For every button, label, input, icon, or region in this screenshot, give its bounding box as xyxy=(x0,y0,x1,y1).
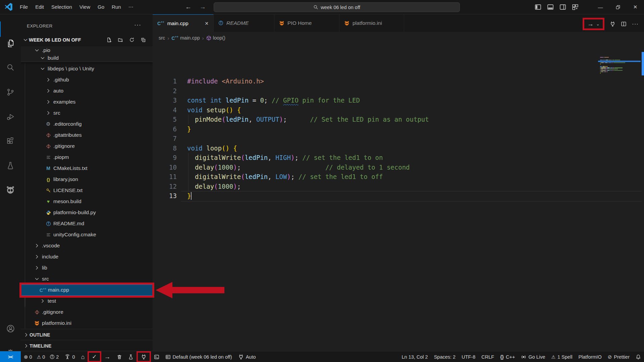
status-pio-test[interactable] xyxy=(125,351,137,362)
status-pio-serial-monitor[interactable] xyxy=(137,351,151,362)
status-eol[interactable]: CRLF xyxy=(478,351,497,362)
nav-forward-button[interactable]: → xyxy=(200,3,206,11)
tree-item-lib[interactable]: lib xyxy=(21,262,153,274)
layout-sidebar-icon[interactable] xyxy=(535,4,541,10)
status-notifications[interactable] xyxy=(633,351,644,362)
status-pio-home[interactable]: ⌂ xyxy=(78,351,88,362)
code-editor[interactable]: 12345678910111213 #include <Arduino.h>co… xyxy=(153,44,644,351)
line-number[interactable]: 11 xyxy=(159,172,177,182)
refresh-explorer-button[interactable] xyxy=(129,37,135,43)
outline-section-header[interactable]: OUTLINE xyxy=(21,329,153,340)
split-editor-button[interactable] xyxy=(621,21,627,27)
status-language[interactable]: {}C++ xyxy=(497,351,518,362)
status-pio-env[interactable]: Default (week 06 led on off) xyxy=(162,351,235,362)
breadcrumb-item[interactable]: loop() xyxy=(206,35,225,41)
remote-indicator[interactable]: >< xyxy=(0,351,21,362)
menu-overflow[interactable]: ⋯ xyxy=(125,0,137,14)
tree-item-.github[interactable]: .github xyxy=(21,74,153,85)
tab-pio-home[interactable]: PIO Home xyxy=(274,14,339,32)
tree-item-platformio-build.py[interactable]: platformio-build.py xyxy=(21,207,153,218)
line-number[interactable]: 6 xyxy=(159,124,177,134)
breadcrumb-item[interactable]: C++main.cpp xyxy=(171,35,200,41)
status-encoding[interactable]: UTF-8 xyxy=(459,351,478,362)
tree-item-platformio.ini[interactable]: platformio.ini xyxy=(21,318,153,329)
line-number[interactable]: 5 xyxy=(159,115,177,124)
explorer-more-actions-button[interactable]: ··· xyxy=(134,21,141,28)
tree-item-unityConfig.cmake[interactable]: unityConfig.cmake xyxy=(21,229,153,240)
status-pio-port[interactable]: Auto xyxy=(235,351,259,362)
tab-main.cpp[interactable]: C++main.cpp ✕ xyxy=(153,14,214,32)
activity-item-account[interactable] xyxy=(0,320,21,337)
workspace-section-header[interactable]: WEEK 06 LED ON OFF xyxy=(21,34,153,45)
activity-item-extensions[interactable] xyxy=(0,132,21,150)
nav-back-button[interactable]: ← xyxy=(185,3,192,11)
tree-item-README.md[interactable]: README.md xyxy=(21,218,153,229)
activity-item-source-control[interactable] xyxy=(0,83,21,101)
line-number[interactable]: 12 xyxy=(159,182,177,191)
line-number[interactable]: 7 xyxy=(159,134,177,143)
tree-item-.gitignore[interactable]: .gitignore xyxy=(21,307,153,318)
line-number[interactable]: 8 xyxy=(159,143,177,153)
line-number[interactable]: 2 xyxy=(159,86,177,96)
tree-item-include[interactable]: include xyxy=(21,251,153,262)
tree-item-CMakeLists.txt[interactable]: M CMakeLists.txt xyxy=(21,163,153,174)
new-folder-button[interactable] xyxy=(118,37,123,43)
menu-go[interactable]: Go xyxy=(94,0,108,14)
tree-item-LICENSE.txt[interactable]: LICENSE.txt xyxy=(21,185,153,196)
menu-view[interactable]: View xyxy=(76,0,94,14)
restore-button[interactable] xyxy=(609,0,627,14)
breadcrumb[interactable]: src› C++main.cpp› loop() xyxy=(159,32,225,44)
tree-item-library.json[interactable]: {} library.json xyxy=(21,174,153,185)
status-problems[interactable]: ⊗0⚠02 xyxy=(21,351,62,362)
sticky-scroll-rows[interactable]: .pio build xyxy=(21,46,153,62)
tree-item-.gitignore[interactable]: .gitignore xyxy=(21,141,153,152)
menu-selection[interactable]: Selection xyxy=(48,0,76,14)
status-pio-terminal[interactable] xyxy=(151,351,162,362)
status-platformio-link[interactable]: PlatformIO xyxy=(575,351,604,362)
activity-item-explorer[interactable] xyxy=(0,35,21,52)
tree-item-.editorconfig[interactable]: ⚙ .editorconfig xyxy=(21,119,153,130)
status-indentation[interactable]: Spaces: 2 xyxy=(431,351,459,362)
line-number[interactable]: 1 xyxy=(159,76,177,86)
line-number[interactable]: 4 xyxy=(159,105,177,115)
status-spell[interactable]: ⚠1 Spell xyxy=(548,351,575,362)
tree-item-libdepspicoUnity[interactable]: libdeps \ pico \ Unity xyxy=(21,63,153,74)
line-number[interactable]: 13 xyxy=(159,191,177,201)
status-go-live[interactable]: Go Live xyxy=(518,351,548,362)
tree-item-.gitattributes[interactable]: .gitattributes xyxy=(21,130,153,141)
menu-file[interactable]: File xyxy=(16,0,32,14)
serial-monitor-button[interactable] xyxy=(610,21,615,27)
tree-item-meson.build[interactable]: ♥ meson.build xyxy=(21,196,153,207)
tree-item-src[interactable]: src xyxy=(21,274,153,285)
layout-sidebar-right-icon[interactable] xyxy=(559,4,566,10)
layout-panel-icon[interactable] xyxy=(547,4,554,10)
line-number[interactable]: 9 xyxy=(159,153,177,163)
status-pio-ports[interactable]: 0 xyxy=(62,351,78,362)
menu-run[interactable]: Run xyxy=(108,0,125,14)
status-cursor-position[interactable]: Ln 13, Col 2 xyxy=(398,351,431,362)
tree-item-.vscode[interactable]: .vscode xyxy=(21,240,153,251)
run-upload-button[interactable]: →⌄ xyxy=(583,18,604,30)
status-pio-upload[interactable]: → xyxy=(101,351,114,362)
menu-edit[interactable]: Edit xyxy=(32,0,48,14)
minimize-button[interactable]: — xyxy=(592,0,609,14)
tree-item-src[interactable]: src xyxy=(21,108,153,119)
tree-item-build[interactable]: build xyxy=(21,54,153,62)
activity-item-testing[interactable] xyxy=(0,157,21,174)
tree-item-examples[interactable]: examples xyxy=(21,97,153,108)
tree-item-.piopm[interactable]: .piopm xyxy=(21,152,153,163)
close-icon[interactable]: ✕ xyxy=(205,21,209,26)
more-actions-button[interactable]: ··· xyxy=(632,21,639,27)
new-file-button[interactable] xyxy=(106,37,112,43)
status-prettier[interactable]: ⊘Prettier xyxy=(605,351,633,362)
tree-item-.pio[interactable]: .pio xyxy=(21,46,153,54)
tree-item-main.cpp[interactable]: C++ main.cpp xyxy=(21,285,153,296)
tree-item-auto[interactable]: auto xyxy=(21,85,153,97)
close-button[interactable]: ✕ xyxy=(627,0,644,14)
command-center-search[interactable]: week 06 led on off xyxy=(214,2,460,12)
status-pio-build[interactable]: ✓ xyxy=(88,351,101,362)
activity-item-platformio[interactable] xyxy=(0,181,21,198)
minimap[interactable] xyxy=(598,44,641,111)
tree-item-test[interactable]: test xyxy=(21,296,153,307)
tab-readme[interactable]: README xyxy=(214,14,274,32)
